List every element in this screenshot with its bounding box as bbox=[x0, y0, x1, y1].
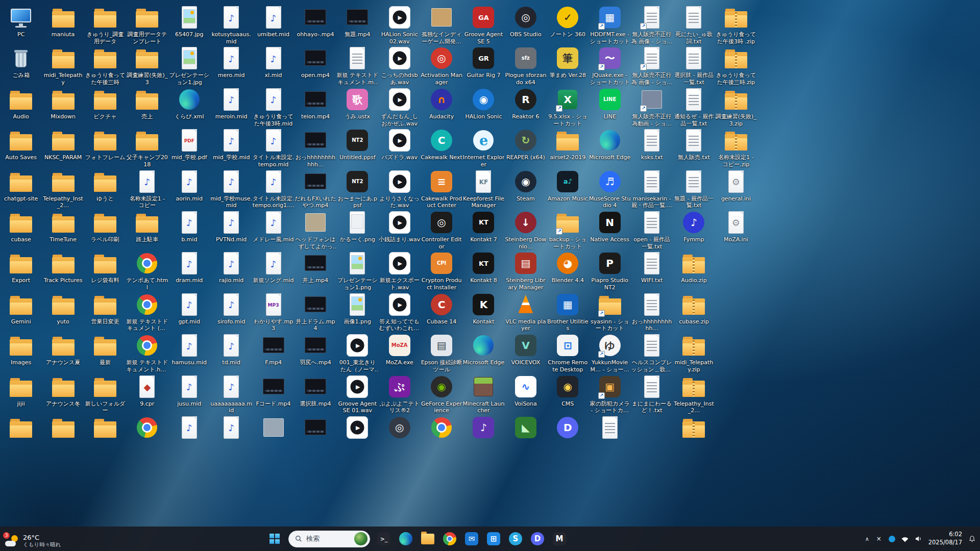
desktop-icon[interactable]: くらび.xml bbox=[168, 87, 210, 128]
desktop-icon[interactable]: PDFmid_学校.pdf bbox=[168, 128, 210, 169]
desktop-icon[interactable]: ♬MuseScore Studio 4 bbox=[589, 169, 631, 210]
desktop-icon[interactable]: Audio bbox=[0, 87, 42, 128]
desktop-icon[interactable]: cubase bbox=[0, 210, 42, 251]
desktop-icon[interactable]: 新しいフォルダー bbox=[84, 374, 126, 415]
desktop-icon[interactable]: ▶小銭詰まり.wav bbox=[379, 210, 421, 251]
desktop-icon[interactable]: KTKontakt 8 bbox=[462, 251, 504, 292]
desktop-icon[interactable]: 通知るぜ - 親作品一覧.txt bbox=[673, 87, 715, 128]
taskbar-skype[interactable]: S bbox=[505, 529, 526, 549]
desktop-icon[interactable]: CCubase 14 bbox=[421, 292, 462, 333]
desktop-icon[interactable] bbox=[84, 415, 126, 456]
search-highlight-image[interactable] bbox=[354, 532, 368, 545]
desktop-icon[interactable]: ♪b.mid bbox=[168, 210, 210, 251]
desktop-icon[interactable]: 路上駐車 bbox=[126, 210, 168, 251]
taskbar-microsoft-store[interactable]: ⊞ bbox=[483, 529, 504, 549]
desktop-icon[interactable]: 父子キャンプ2018 bbox=[126, 128, 168, 169]
desktop-icon[interactable]: jijii bbox=[0, 374, 42, 415]
desktop-icon[interactable]: NT2お〜ま〜にあ.ppsf bbox=[336, 169, 378, 210]
desktop-icon[interactable]: ▦↗HDDFMT.exe - ショートカット bbox=[589, 5, 631, 46]
desktop-icon[interactable]: きゅうり食ってた午後3時 .zip bbox=[715, 5, 757, 46]
desktop-icon[interactable]: 井上.mp4 bbox=[295, 251, 336, 292]
desktop-icon[interactable]: ♪ bbox=[210, 415, 252, 456]
desktop-icon[interactable]: ♪xl.mid bbox=[253, 46, 295, 87]
desktop-icon[interactable]: 羽尻へ.mp4 bbox=[295, 333, 336, 374]
desktop-icon[interactable]: ↓Steinberg Downlo… bbox=[505, 210, 547, 251]
desktop-icon[interactable]: 新規 テキストドキュメント.html bbox=[126, 333, 168, 374]
desktop-icon[interactable]: KKontakt bbox=[462, 292, 504, 333]
desktop-icon[interactable]: ゆ↗YukkunMovieM… - ショートカット bbox=[589, 333, 631, 374]
desktop-icon[interactable]: きゅうり_調査用データ bbox=[84, 5, 126, 46]
desktop-icon[interactable]: cubase.zip bbox=[673, 292, 715, 333]
taskbar-terminal[interactable]: >_ bbox=[374, 529, 394, 549]
desktop-icon[interactable]: midi_Telepathy bbox=[42, 46, 84, 87]
desktop-icon[interactable]: ♪きゅうり食ってた午後3時.mid bbox=[253, 87, 295, 128]
desktop-icon[interactable]: Microsoft Edge bbox=[462, 333, 504, 374]
desktop-icon[interactable]: ♪rajio.mid bbox=[210, 251, 252, 292]
desktop-icon[interactable]: ♪メドレー風.mid bbox=[253, 210, 295, 251]
desktop-icon[interactable]: ▶ bbox=[336, 415, 378, 456]
desktop-icon[interactable]: ↗無人販売不正行為動画 - ショートカット bbox=[631, 87, 673, 128]
desktop-icon[interactable]: ✓ノートン 360 bbox=[547, 5, 589, 46]
desktop-icon[interactable]: ▶ずんだもん_しおかぜふ.wav bbox=[379, 87, 421, 128]
desktop-icon[interactable]: ◣ bbox=[505, 415, 547, 456]
desktop-icon[interactable]: WIFI.txt bbox=[631, 251, 673, 292]
desktop-icon[interactable]: Auto Saves bbox=[0, 128, 42, 169]
desktop-icon[interactable]: プレゼンテーション1.png bbox=[336, 251, 378, 292]
clock[interactable]: 6:02 2025/08/17 bbox=[928, 531, 962, 546]
desktop-icon[interactable]: ◉CMS bbox=[547, 374, 589, 415]
desktop-icon[interactable]: ぷぷよぷよ™テトリス®2 bbox=[379, 374, 421, 415]
desktop-icon[interactable]: ヘッドフォンはずしてよかった.mp4 bbox=[295, 210, 336, 251]
desktop-icon[interactable] bbox=[253, 415, 295, 456]
desktop-icon[interactable]: GAGroove Agent SE 5 bbox=[462, 5, 504, 46]
desktop-icon[interactable]: ◎Activation Manager bbox=[421, 46, 462, 87]
desktop-icon[interactable]: アナウンス夏 bbox=[42, 333, 84, 374]
desktop-icon[interactable]: おっhhhhhhhhhh… bbox=[631, 292, 673, 333]
desktop-icon[interactable]: CPICrypton Product Installer bbox=[421, 251, 462, 292]
desktop-icon[interactable]: 選択肢.mp4 bbox=[295, 374, 336, 415]
desktop-icon[interactable]: KFKeepforest File Manager bbox=[462, 169, 504, 210]
desktop-icon[interactable]: レジ袋有料 bbox=[84, 251, 126, 292]
desktop-icon[interactable]: ラベル印刷 bbox=[84, 210, 126, 251]
desktop-icon[interactable]: きゅうり食ってた午後三時 bbox=[84, 46, 126, 87]
desktop-icon[interactable]: ◎OBS Studio bbox=[505, 5, 547, 46]
desktop-icon[interactable]: 65407.jpg bbox=[168, 5, 210, 46]
desktop-icon[interactable]: ▤Epson 接続診断ツール bbox=[421, 333, 462, 374]
desktop-icon[interactable]: ピクチャ bbox=[84, 87, 126, 128]
desktop-icon[interactable]: Images bbox=[0, 333, 42, 374]
desktop-icon[interactable]: ♪meroin.mid bbox=[210, 87, 252, 128]
desktop-icon[interactable] bbox=[0, 415, 42, 456]
desktop-icon[interactable]: maniuta bbox=[42, 5, 84, 46]
desktop-icon[interactable]: 名称未設定1 - コピー.zip bbox=[715, 128, 757, 169]
desktop-icon[interactable]: おっhhhhhhhhhhh… bbox=[295, 128, 336, 169]
wifi-icon[interactable] bbox=[901, 535, 909, 543]
desktop-icon[interactable] bbox=[673, 415, 715, 456]
desktop-icon[interactable]: ♪名称未設定1 - コピー bbox=[126, 169, 168, 210]
desktop-icon[interactable]: midi_Telepathy.zip bbox=[673, 333, 715, 374]
desktop-icon[interactable]: ♪uaaaaaaaaa.mid bbox=[210, 374, 252, 415]
taskbar-edge[interactable] bbox=[396, 529, 416, 549]
desktop-icon[interactable]: LINELINE bbox=[589, 87, 631, 128]
desktop-icon[interactable]: Audio.zip bbox=[673, 251, 715, 292]
desktop-icon[interactable]: Telepathy_Inst_2… bbox=[42, 169, 84, 210]
desktop-icon[interactable]: Track Pictures bbox=[42, 251, 84, 292]
desktop-icon[interactable]: ♪mid_学校muse.mid bbox=[210, 169, 252, 210]
desktop-icon[interactable]: ↗backup - ショートカット bbox=[547, 210, 589, 251]
desktop-icon[interactable]: PPiapro Studio NT2 bbox=[589, 251, 631, 292]
desktop-icon[interactable]: Mixdown bbox=[42, 87, 84, 128]
desktop-icon[interactable]: 画像1.png bbox=[336, 292, 378, 333]
desktop-icon[interactable]: プレゼンテーション1.jpg bbox=[168, 46, 210, 87]
desktop-icon[interactable]: ♪dram.mid bbox=[168, 251, 210, 292]
desktop-icon[interactable]: ▤Steinberg Library Manager bbox=[505, 251, 547, 292]
desktop-icon[interactable]: MoZAMoZA.exe bbox=[379, 333, 421, 374]
desktop-icon[interactable]: MP3わかりやす.mp3 bbox=[253, 292, 295, 333]
desktop-icon[interactable]: ∿VoiSona bbox=[505, 374, 547, 415]
desktop-icon[interactable]: 井上ドラム.mp4 bbox=[295, 292, 336, 333]
desktop-icon[interactable]: sfzPlogue sforzando x64 bbox=[505, 46, 547, 87]
desktop-icon[interactable] bbox=[295, 415, 336, 456]
weather-widget[interactable]: 3 26°C くもり時々晴れ bbox=[5, 534, 61, 548]
desktop-icon[interactable]: ◉HALion Sonic bbox=[462, 87, 504, 128]
desktop-icon[interactable]: ∩Audacity bbox=[421, 87, 462, 128]
desktop-icon[interactable]: ksks.txt bbox=[631, 128, 673, 169]
desktop-icon[interactable]: ▶001_東北きりたん（ノーマル）_今じゃ… bbox=[336, 333, 378, 374]
desktop-icon[interactable]: TimeTune bbox=[42, 210, 84, 251]
